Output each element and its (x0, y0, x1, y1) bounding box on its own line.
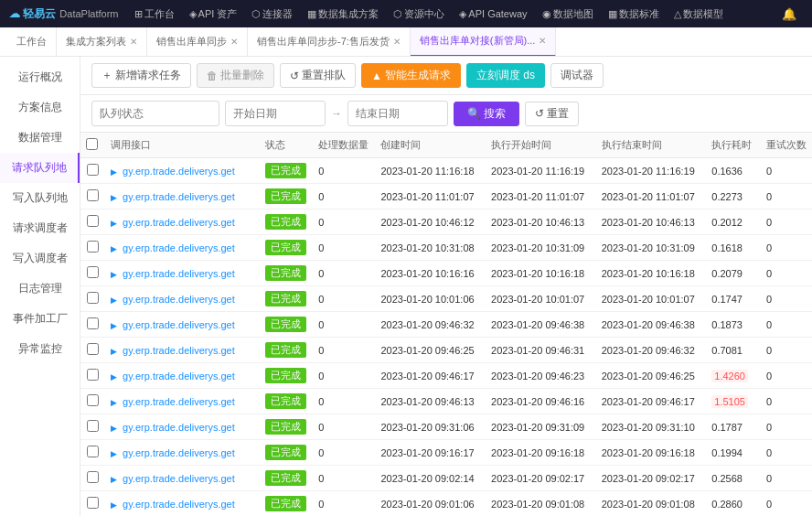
row-interface[interactable]: ▶ gy.erp.trade.deliverys.get (105, 491, 260, 517)
row-status: 已完成 (260, 363, 313, 389)
sidebar-item-overview[interactable]: 运行概况 (0, 62, 80, 92)
play-icon: ▶ (111, 193, 117, 202)
row-interface[interactable]: ▶ gy.erp.trade.deliverys.get (105, 158, 260, 184)
row-duration: 0.2568 (706, 466, 761, 491)
row-checkbox[interactable] (87, 266, 99, 278)
row-checkbox-cell[interactable] (80, 466, 105, 491)
nav-api-gateway[interactable]: ◈ API Gateway (453, 6, 533, 22)
row-status: 已完成 (260, 466, 313, 491)
row-interface[interactable]: ▶ gy.erp.trade.deliverys.get (105, 312, 260, 338)
start-date-input[interactable] (225, 101, 326, 126)
row-interface[interactable]: ▶ gy.erp.trade.deliverys.get (105, 363, 260, 389)
smart-gen-button[interactable]: ▲ 智能生成请求 (361, 63, 461, 88)
row-start-time: 2023-01-20 09:31:09 (486, 414, 596, 440)
tab-sales-out[interactable]: 销售出库单同步✕ (147, 27, 248, 57)
row-checkbox-cell[interactable] (80, 235, 105, 261)
batch-delete-button[interactable]: 🗑 批量删除 (197, 63, 274, 88)
new-task-button[interactable]: ＋ 新增请求任务 (91, 63, 191, 88)
row-checkbox[interactable] (87, 446, 99, 457)
row-start-time: 2023-01-20 10:46:13 (486, 210, 596, 235)
row-interface[interactable]: ▶ gy.erp.trade.deliverys.get (105, 338, 260, 363)
schedule-button[interactable]: 立刻调度 ds (466, 63, 545, 88)
row-interface[interactable]: ▶ gy.erp.trade.deliverys.get (105, 466, 260, 491)
status-filter[interactable] (91, 101, 219, 126)
date-arrow: → (331, 107, 342, 120)
nav-resource[interactable]: ⬡ 资源中心 (387, 5, 451, 23)
row-status: 已完成 (260, 491, 313, 517)
row-checkbox-cell[interactable] (80, 184, 105, 210)
row-checkbox-cell[interactable] (80, 414, 105, 440)
row-status: 已完成 (260, 158, 313, 184)
tab-solution-list[interactable]: 集成方案列表✕ (57, 27, 147, 57)
row-checkbox-cell[interactable] (80, 491, 105, 517)
row-interface[interactable]: ▶ gy.erp.trade.deliverys.get (105, 286, 260, 312)
row-checkbox[interactable] (87, 317, 99, 329)
row-interface[interactable]: ▶ gy.erp.trade.deliverys.get (105, 389, 260, 414)
row-checkbox[interactable] (87, 189, 99, 201)
row-checkbox[interactable] (87, 369, 99, 381)
nav-workbench[interactable]: ⊞ 工作台 (128, 5, 181, 23)
sidebar-item-data-mgmt[interactable]: 数据管理 (0, 123, 80, 153)
row-checkbox-cell[interactable] (80, 158, 105, 184)
row-interface[interactable]: ▶ gy.erp.trade.deliverys.get (105, 261, 260, 286)
row-create-time: 2023-01-20 10:31:08 (375, 235, 486, 261)
row-checkbox[interactable] (87, 471, 99, 483)
row-checkbox-cell[interactable] (80, 286, 105, 312)
play-icon: ▶ (111, 449, 117, 458)
row-checkbox[interactable] (87, 394, 99, 406)
row-checkbox-cell[interactable] (80, 312, 105, 338)
row-checkbox-cell[interactable] (80, 261, 105, 286)
nav-data-standard[interactable]: ▦ 数据标准 (602, 5, 666, 23)
sidebar-item-request-scheduler[interactable]: 请求调度者 (0, 213, 80, 243)
row-interface[interactable]: ▶ gy.erp.trade.deliverys.get (105, 414, 260, 440)
col-header-create: 创建时间 (375, 133, 486, 158)
row-checkbox[interactable] (87, 420, 99, 432)
status-badge: 已完成 (265, 317, 306, 332)
nav-data-model[interactable]: △ 数据模型 (668, 5, 730, 23)
tab-workbench[interactable]: 工作台 (7, 27, 57, 57)
tab-sales-new-active[interactable]: 销售出库单对接(新管局)...✕ (411, 27, 557, 57)
row-interface[interactable]: ▶ gy.erp.trade.deliverys.get (105, 440, 260, 466)
row-retry: 0 (761, 363, 812, 389)
row-checkbox[interactable] (87, 497, 99, 509)
sidebar-item-solution-info[interactable]: 方案信息 (0, 92, 80, 123)
nav-connector[interactable]: ⬡ 连接器 (245, 5, 299, 23)
row-checkbox[interactable] (87, 292, 99, 304)
row-checkbox-cell[interactable] (80, 440, 105, 466)
row-checkbox[interactable] (87, 164, 99, 176)
row-duration: 0.1747 (706, 286, 761, 312)
sidebar-item-log-mgmt[interactable]: 日志管理 (0, 274, 80, 304)
row-checkbox[interactable] (87, 215, 99, 227)
reset-button[interactable]: ↺ 重置 (525, 102, 579, 126)
table-row: ▶ gy.erp.trade.deliverys.get 已完成 0 2023-… (80, 363, 812, 389)
sidebar-item-event-factory[interactable]: 事件加工厂 (0, 304, 80, 334)
row-create-time: 2023-01-20 10:16:16 (375, 261, 486, 286)
row-process: 0 (313, 363, 375, 389)
row-checkbox-cell[interactable] (80, 210, 105, 235)
nav-notification[interactable]: 🔔 (775, 5, 803, 23)
status-badge: 已完成 (265, 265, 306, 281)
row-retry: 0 (761, 158, 812, 184)
row-process: 0 (313, 261, 375, 286)
reorder-button[interactable]: ↺ 重置排队 (280, 63, 356, 88)
tab-sales-step7[interactable]: 销售出库单同步步-7:售后发货✕ (248, 27, 411, 57)
sidebar-item-anomaly-monitor[interactable]: 异常监控 (0, 334, 80, 364)
row-checkbox[interactable] (87, 343, 99, 355)
row-interface[interactable]: ▶ gy.erp.trade.deliverys.get (105, 210, 260, 235)
sidebar-item-write-queue[interactable]: 写入队列地 (0, 183, 80, 213)
row-interface[interactable]: ▶ gy.erp.trade.deliverys.get (105, 235, 260, 261)
row-checkbox-cell[interactable] (80, 363, 105, 389)
debugger-button[interactable]: 调试器 (550, 63, 604, 88)
sidebar-item-write-scheduler[interactable]: 写入调度者 (0, 243, 80, 274)
nav-api-assets[interactable]: ◈ API 资产 (183, 5, 244, 23)
end-date-input[interactable] (347, 101, 448, 126)
search-button[interactable]: 🔍 搜索 (454, 102, 519, 126)
nav-data-integration[interactable]: ▦ 数据集成方案 (301, 5, 385, 23)
nav-data-map[interactable]: ◉ 数据地图 (536, 5, 600, 23)
row-checkbox[interactable] (87, 241, 99, 253)
row-interface[interactable]: ▶ gy.erp.trade.deliverys.get (105, 184, 260, 210)
row-checkbox-cell[interactable] (80, 338, 105, 363)
sidebar-item-request-queue[interactable]: 请求队列地 (0, 153, 80, 183)
select-all-checkbox[interactable] (86, 138, 98, 150)
row-checkbox-cell[interactable] (80, 389, 105, 414)
